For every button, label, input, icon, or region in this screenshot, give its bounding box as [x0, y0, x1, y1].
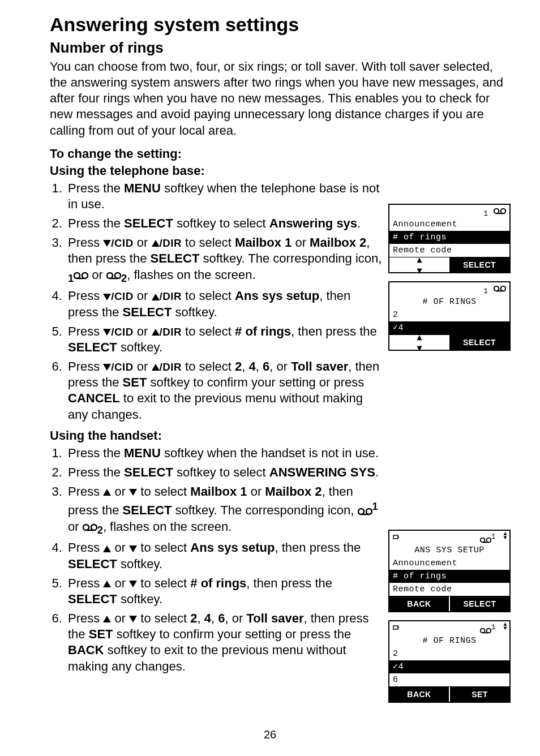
lcd-base-menu: 1 Announcement # of rings Remote code ▴▾… — [388, 204, 511, 273]
up-triangle-icon — [103, 545, 111, 552]
lcd-softkey-right: SELECT — [449, 335, 509, 350]
lcd-softkeys: ▴▾ SELECT — [389, 334, 509, 350]
intro-paragraph: You can choose from two, four, or six ri… — [50, 59, 506, 139]
section-heading: Number of rings — [50, 39, 506, 57]
svg-point-20 — [481, 538, 485, 542]
up-triangle-icon — [103, 489, 111, 496]
lcd-handset-menu: 1 ▲▼ ANS SYS SETUP Announcement # of rin… — [388, 530, 511, 612]
tape-icon — [106, 272, 121, 280]
page-number: 26 — [0, 728, 540, 741]
tape-icon — [494, 208, 506, 214]
lcd-softkey-right: SET — [449, 687, 509, 702]
page-title: Answering system settings — [50, 14, 506, 36]
svg-point-26 — [487, 628, 491, 633]
svg-point-25 — [481, 628, 485, 633]
svg-rect-18 — [393, 535, 398, 539]
lcd-title: ANS SYS SETUP — [389, 544, 509, 557]
handset-steps-list: Press the MENU softkey when the handset … — [50, 445, 384, 675]
base-steps-list: Press the MENU softkey when the telephon… — [50, 181, 384, 423]
lcd-line: Remote code — [389, 244, 509, 257]
lcd-line: 6 — [389, 673, 509, 686]
svg-point-9 — [83, 525, 89, 530]
tape-icon — [494, 285, 506, 292]
lcd-base-rings: 1 # OF RINGS 2 ✓4 ▴▾ SELECT — [388, 281, 511, 351]
svg-point-1 — [82, 273, 88, 278]
updown-arrows-icon: ▲▼ — [503, 532, 507, 540]
subheading-using-handset: Using the handset: — [50, 428, 506, 443]
lcd-icon-row: 1 — [389, 205, 509, 218]
up-triangle-icon — [103, 581, 111, 587]
down-triangle-icon — [103, 329, 111, 336]
lcd-line: Announcement — [389, 218, 509, 231]
svg-rect-23 — [393, 626, 398, 629]
subheading-using-base: Using the telephone base: — [50, 164, 506, 178]
list-item: Press the SELECT softkey to select ANSWE… — [66, 465, 384, 480]
list-item: Press the SELECT softkey to select Answe… — [66, 216, 384, 231]
svg-point-3 — [107, 273, 113, 278]
down-triangle-icon — [129, 489, 137, 496]
down-triangle-icon — [103, 294, 111, 300]
list-item: Press or to select Mailbox 1 or Mailbox … — [66, 484, 384, 536]
svg-point-21 — [487, 538, 491, 542]
svg-rect-19 — [398, 536, 399, 538]
svg-point-6 — [358, 509, 364, 514]
lcd-line-selected: # of rings — [389, 570, 509, 583]
down-triangle-icon — [129, 545, 137, 552]
list-item: Press the MENU softkey when the telephon… — [66, 181, 384, 212]
up-triangle-icon — [152, 294, 160, 300]
list-item: Press /CID or /DIR to select Mailbox 1 o… — [66, 235, 384, 285]
lcd-line-selected: # of rings — [389, 231, 509, 244]
svg-point-13 — [501, 209, 505, 213]
tape-icon — [358, 508, 372, 516]
list-item: Press or to select 2, 4, 6, or Toll save… — [66, 611, 384, 675]
tape-icon — [83, 523, 97, 531]
lcd-line: 2 — [389, 308, 509, 321]
lcd-softkey-left: BACK — [389, 596, 449, 611]
svg-point-15 — [494, 286, 499, 291]
subheading-change-setting: To change the setting: — [50, 147, 506, 161]
lcd-line: 2 — [389, 647, 509, 660]
lcd-softkeys: BACK SELECT — [389, 596, 509, 611]
down-triangle-icon — [129, 581, 137, 587]
down-triangle-icon — [103, 364, 111, 371]
lcd-icon-row: 1 ▲▼ — [389, 531, 509, 544]
list-item: Press /CID or /DIR to select Ans sys set… — [66, 288, 384, 320]
list-item: Press the MENU softkey when the handset … — [66, 445, 384, 461]
svg-point-16 — [501, 286, 505, 291]
up-triangle-icon — [103, 616, 111, 622]
lcd-title: # OF RINGS — [389, 634, 509, 647]
list-item: Press or to select # of rings, then pres… — [66, 575, 384, 607]
lcd-softkey-left: BACK — [389, 687, 449, 702]
lcd-softkey-right: SELECT — [449, 596, 509, 611]
lcd-line-selected: ✓4 — [389, 321, 509, 334]
lcd-line-selected: ✓4 — [389, 660, 509, 673]
tape-icon — [480, 537, 491, 543]
lcd-softkeys: ▴▾ SELECT — [389, 257, 509, 272]
up-triangle-icon — [152, 240, 160, 247]
tape-icon — [480, 628, 491, 634]
down-triangle-icon — [103, 240, 111, 247]
lcd-icon-row: 1 ▲▼ — [389, 621, 509, 634]
list-item: Press /CID or /DIR to select 2, 4, 6, or… — [66, 359, 384, 423]
list-item: Press or to select Ans sys setup, then p… — [66, 540, 384, 572]
tape-icon — [74, 272, 88, 280]
svg-point-12 — [494, 209, 499, 213]
up-triangle-icon — [152, 329, 160, 336]
svg-point-4 — [115, 273, 121, 278]
lcd-icon-row: 1 — [389, 282, 509, 295]
svg-point-10 — [91, 525, 97, 530]
lcd-title: # OF RINGS — [389, 295, 509, 308]
svg-point-0 — [74, 273, 80, 278]
lcd-line: Remote code — [389, 583, 509, 596]
lcd-line: Announcement — [389, 557, 509, 570]
battery-icon — [393, 534, 400, 540]
updown-arrows-icon: ▲▼ — [503, 622, 507, 630]
svg-point-7 — [366, 509, 372, 514]
svg-rect-24 — [398, 627, 399, 628]
up-triangle-icon — [152, 364, 160, 371]
battery-icon — [393, 624, 400, 631]
lcd-handset-rings: 1 ▲▼ # OF RINGS 2 ✓4 6 BACK SET — [388, 620, 511, 703]
list-item: Press /CID or /DIR to select # of rings,… — [66, 324, 384, 355]
lcd-softkey-right: SELECT — [449, 257, 509, 272]
lcd-softkeys: BACK SET — [389, 686, 509, 702]
